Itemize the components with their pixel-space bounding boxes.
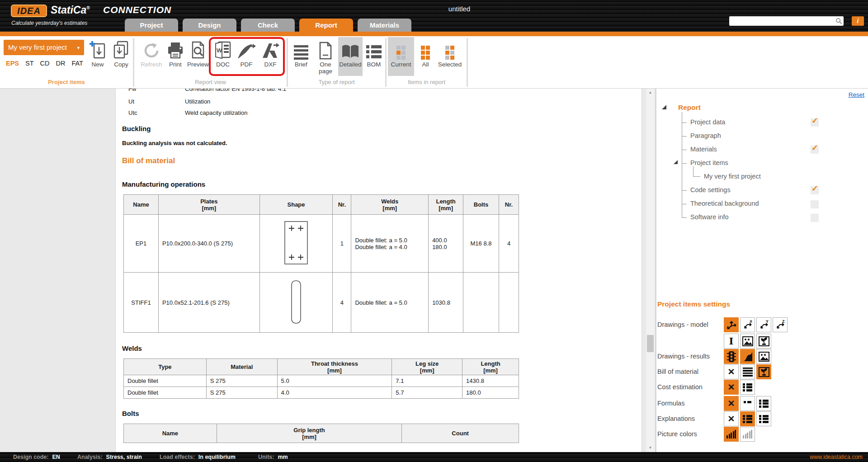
registered-mark: ®	[86, 5, 90, 10]
col-header: Leg size[mm]	[392, 359, 462, 375]
preview-button[interactable]: Preview	[186, 37, 210, 76]
drawings-model-axis-z-button[interactable]: Z	[773, 317, 788, 332]
tree-item-software-info[interactable]: Software info	[690, 213, 729, 221]
bom-none-button[interactable]: ✕	[724, 364, 739, 379]
grid-current-icon	[396, 37, 406, 60]
cell-bolts	[463, 273, 499, 333]
formulas-compact-button[interactable]	[740, 396, 755, 411]
mode-cd[interactable]: CD	[40, 60, 50, 67]
ribbon: My very first project ▼ EPS ST CD DR FAT…	[0, 36, 868, 89]
setting-label-drawings-results: Drawings - results	[657, 353, 710, 360]
website-link[interactable]: www.ideastatica.com	[810, 452, 863, 462]
picture-colors-gray-button[interactable]	[740, 427, 755, 442]
refresh-button[interactable]: Refresh	[138, 37, 165, 76]
drawings-model-axis-x-button[interactable]: X	[740, 317, 755, 332]
tree-expander-report[interactable]	[662, 105, 666, 109]
drawings-model-axonometry-button[interactable]	[724, 317, 739, 332]
cost-none-button[interactable]: ✕	[724, 380, 739, 395]
checkbox-project-data[interactable]: ✓	[811, 118, 819, 127]
one-page-button[interactable]: One page	[314, 37, 337, 76]
search-input[interactable]	[731, 16, 833, 26]
checkbox-code-settings[interactable]: ✓	[811, 186, 819, 194]
col-header: Bolts	[463, 195, 499, 215]
project-item-dropdown[interactable]: My very first project ▼	[4, 40, 84, 55]
formulas-full-button[interactable]	[756, 396, 771, 411]
info-button[interactable]: i	[852, 16, 864, 26]
col-header: Nr.	[333, 195, 351, 215]
axis-x-icon: X	[742, 319, 754, 331]
items-current-button[interactable]: Current	[388, 37, 414, 76]
vertical-scrollbar[interactable]: ▲ ▼	[646, 89, 655, 452]
tab-project[interactable]: Project	[125, 19, 178, 32]
drawings-results-curve-button[interactable]	[740, 349, 755, 364]
cell-plates: P10.0x52.1-201.6 (S 275)	[158, 273, 259, 333]
title-bar: IDEA StatiCa® CONNECTION Calculate yeste…	[0, 0, 868, 32]
items-selected-button[interactable]: Selected	[436, 37, 464, 76]
formulas-none-button[interactable]: ✕	[724, 396, 739, 411]
group-label-type-of-report: Type of report	[288, 78, 385, 87]
mode-eps[interactable]: EPS	[6, 60, 19, 67]
drawings-model-axis-y-button[interactable]: Y	[756, 317, 771, 332]
explanations-none-button[interactable]: ✕	[724, 411, 739, 426]
status-load-effects: Load effects:In equilibrium	[160, 452, 236, 462]
mode-dr[interactable]: DR	[56, 60, 66, 67]
drawings-model-text-button[interactable]: I	[724, 334, 739, 349]
chevron-down-icon: ▼	[76, 40, 80, 56]
tree-item-theoretical-background[interactable]: Theoretical background	[690, 200, 759, 207]
drawings-results-picture-button[interactable]	[756, 349, 771, 364]
setting-label-bill-of-material: Bill of material	[657, 368, 698, 375]
drawings-model-picture-button[interactable]	[740, 334, 755, 349]
search-box[interactable]	[729, 16, 844, 26]
export-pdf-button[interactable]: PDF	[235, 37, 258, 76]
detailed-button[interactable]: Detailed	[338, 37, 363, 76]
mode-st[interactable]: ST	[25, 60, 34, 67]
symbol-fw-desc: Correlation factor EN 1993-1-8 tab. 4.1	[185, 89, 286, 92]
tab-report[interactable]: Report	[299, 19, 353, 32]
bom-table-button[interactable]	[740, 364, 755, 379]
explanations-full-button[interactable]	[756, 411, 771, 426]
brief-button[interactable]: Brief	[289, 37, 313, 76]
bars-light-icon	[743, 430, 752, 438]
new-button[interactable]: New	[87, 37, 108, 76]
drawings-model-picture-plant-button[interactable]	[756, 334, 771, 349]
cost-list-button[interactable]	[740, 380, 755, 395]
reset-link[interactable]: Reset	[849, 91, 864, 98]
tab-materials[interactable]: Materials	[358, 19, 411, 32]
drawings-results-traffic-button[interactable]	[724, 349, 739, 364]
tab-check[interactable]: Check	[241, 19, 295, 32]
scroll-up-arrow[interactable]: ▲	[646, 89, 655, 97]
checkbox-theoretical-background[interactable]	[811, 200, 819, 208]
tab-design[interactable]: Design	[183, 19, 236, 32]
tree-root-report[interactable]: Report	[678, 104, 701, 112]
checkbox-software-info[interactable]	[811, 214, 819, 222]
refresh-icon	[142, 37, 160, 60]
symbol-ut: Ut	[128, 98, 134, 105]
tree-item-materials[interactable]: Materials	[690, 146, 717, 153]
items-all-button[interactable]: All	[417, 37, 434, 76]
checkbox-materials[interactable]: ✓	[811, 146, 819, 154]
tree-item-code-settings[interactable]: Code settings	[690, 186, 731, 193]
bom-button[interactable]: BOM	[363, 37, 384, 76]
tree-item-project-data[interactable]: Project data	[690, 118, 725, 126]
tree-item-project-items[interactable]: Project items	[690, 159, 728, 166]
scrollbar-thumb[interactable]	[647, 335, 654, 352]
scroll-down-arrow[interactable]: ▼	[646, 444, 655, 452]
statica-logo-text: StatiCa®	[51, 4, 90, 16]
tree-item-paragraph[interactable]: Paragraph	[690, 132, 721, 139]
explanations-compact-button[interactable]	[740, 411, 755, 426]
picture-colors-color-button[interactable]	[724, 427, 739, 442]
col-header: Length[mm]	[429, 195, 463, 215]
tree-expander-project-items[interactable]	[674, 160, 678, 164]
export-doc-button[interactable]: W DOC	[212, 37, 234, 76]
group-label-items-in-report: Items in report	[387, 78, 467, 87]
bom-with-picture-button[interactable]	[756, 364, 771, 379]
cell-length: 1030.8	[429, 273, 463, 333]
print-button[interactable]: Print	[165, 37, 185, 76]
copy-icon	[112, 37, 130, 60]
mode-fat[interactable]: FAT	[71, 60, 83, 67]
col-header: Welds[mm]	[351, 195, 429, 215]
copy-button[interactable]: Copy	[109, 37, 133, 76]
export-dxf-button[interactable]: DXF	[259, 37, 282, 76]
logo-idea-text: IDEA	[17, 6, 41, 16]
tree-item-my-very-first-project[interactable]: My very first project	[704, 173, 761, 180]
